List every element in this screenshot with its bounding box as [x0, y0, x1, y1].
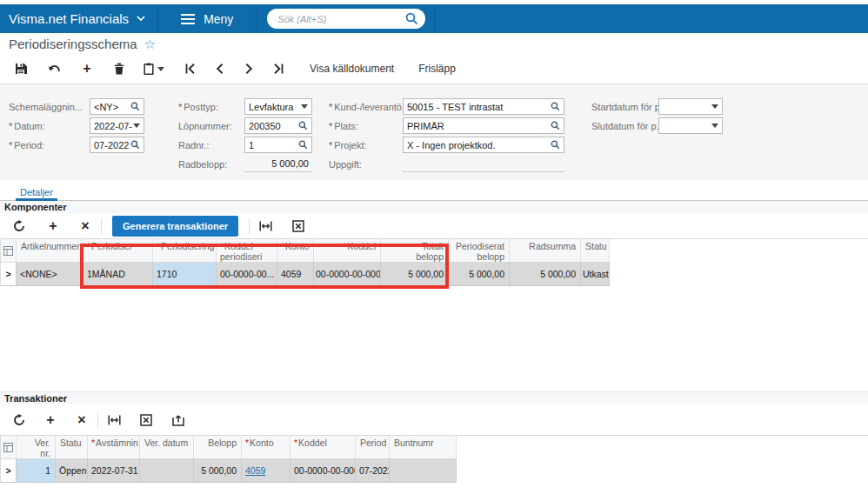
cell-ver-datum[interactable] — [140, 459, 194, 482]
cell-buntnummer[interactable] — [390, 459, 457, 482]
search-box[interactable] — [267, 9, 425, 29]
add-row-button[interactable]: + — [44, 217, 62, 235]
x-icon: × — [77, 413, 85, 427]
column-header-avstamning[interactable]: *Avstämnin — [88, 436, 140, 458]
datum-field[interactable]: 2022-07-18 — [90, 117, 144, 134]
import-button[interactable] — [170, 411, 187, 429]
column-header-koddel[interactable]: *Koddel — [290, 436, 356, 458]
column-header-buntnummer[interactable]: Buntnumr — [390, 436, 457, 458]
column-header-totalt-belopp[interactable]: Totaltbelopp — [381, 239, 449, 262]
cell-koddel[interactable]: 00-0000-00-000 — [314, 263, 381, 285]
cell-periodiser[interactable]: 1MÅNAD — [83, 263, 153, 285]
next-record-button[interactable] — [240, 60, 257, 77]
search-icon[interactable] — [405, 12, 418, 25]
posttyp-field[interactable]: Levfaktura — [244, 98, 312, 115]
column-header-ver-nr[interactable]: Ver.nr. — [17, 436, 56, 458]
column-header-periodisering[interactable]: *Periodisering — [153, 239, 217, 262]
plats-field[interactable]: PRIMÄR — [403, 117, 564, 134]
generera-transaktioner-button[interactable]: Generera transaktioner — [112, 216, 238, 237]
visa-kalldokument-button[interactable]: Visa källdokument — [310, 63, 394, 75]
delete-row-button[interactable]: × — [77, 217, 94, 235]
column-header-koddel[interactable]: *Koddel — [314, 239, 381, 262]
frislapp-button[interactable]: Frisläpp — [418, 63, 456, 75]
cell-status[interactable]: Öppen — [56, 459, 88, 482]
favorite-star-icon[interactable]: ☆ — [144, 37, 156, 50]
first-record-button[interactable] — [181, 60, 198, 77]
previous-record-button[interactable] — [210, 60, 228, 77]
cell-artikelnummer[interactable]: <NONE> — [17, 263, 83, 285]
lopnummer-field[interactable]: 200350 — [244, 117, 312, 134]
export-excel-button[interactable] — [137, 411, 155, 429]
cell-belopp[interactable]: 5 000,00 — [194, 459, 242, 482]
period-field[interactable]: 07-2022 — [90, 137, 144, 153]
cell-radsumma[interactable]: 5 000,00 — [510, 263, 581, 285]
search-input[interactable] — [277, 14, 405, 24]
column-header-periodiserat-belopp[interactable]: Periodiseratbelopp — [449, 239, 510, 262]
cell-konto[interactable]: 4059 — [277, 263, 314, 285]
uppgift-value[interactable] — [403, 156, 564, 172]
lookup-icon[interactable] — [298, 140, 308, 150]
tab-detaljer[interactable]: Detaljer — [16, 187, 57, 201]
refresh-button[interactable] — [10, 411, 28, 429]
column-header-konto[interactable]: *Konto — [277, 239, 314, 262]
column-header-konto[interactable]: *Konto — [242, 436, 290, 458]
add-button[interactable]: + — [78, 60, 96, 77]
cell-status[interactable]: Utkast — [581, 263, 610, 285]
slutdatum-field[interactable] — [658, 117, 723, 134]
lookup-icon[interactable] — [551, 140, 560, 150]
top-navigation-bar: Visma.net Financials Meny — [0, 4, 868, 33]
copy-paste-button[interactable] — [141, 60, 167, 77]
kund-field[interactable]: 50015 - TEST intrastat — [403, 98, 564, 115]
dropdown-icon[interactable] — [301, 104, 308, 109]
projekt-field[interactable]: X - Ingen projektkod. — [403, 137, 564, 153]
lookup-icon[interactable] — [130, 102, 140, 111]
lookup-icon[interactable] — [298, 121, 308, 130]
cell-period[interactable]: 07-2022 — [356, 459, 390, 482]
column-header-radsumma[interactable]: Radsumma — [510, 239, 581, 262]
export-excel-button[interactable] — [290, 217, 307, 235]
lookup-icon[interactable] — [130, 140, 140, 150]
table-row[interactable]: > <NONE> 1MÅNAD 1710 00-0000-00... 4059 … — [1, 263, 610, 286]
konto-link[interactable]: 4059 — [245, 465, 265, 476]
lookup-icon[interactable] — [551, 121, 560, 130]
column-header-belopp[interactable]: Belopp — [194, 436, 242, 458]
cell-ver-nr-selected[interactable]: 1 — [17, 459, 56, 482]
dropdown-icon[interactable] — [711, 104, 718, 109]
fit-width-button[interactable] — [105, 411, 123, 429]
column-header-koddel-periodiseri[interactable]: *Koddelperiodiseri — [217, 239, 277, 262]
lookup-icon[interactable] — [551, 102, 560, 111]
toolbar-divider — [249, 218, 250, 234]
cell-periodiserat-belopp[interactable]: 5 000,00 — [449, 263, 510, 285]
cell-avstamning[interactable]: 2022-07-31 — [88, 459, 140, 482]
cell-koddel-periodiseri[interactable]: 00-0000-00... — [217, 263, 277, 285]
startdatum-field[interactable] — [658, 98, 723, 115]
refresh-button[interactable] — [10, 217, 28, 235]
schemalaggning-field[interactable]: <NY> — [90, 98, 144, 115]
save-button[interactable] — [12, 60, 30, 77]
delete-button[interactable] — [110, 60, 128, 77]
radnr-field[interactable]: 1 — [244, 137, 312, 153]
brand-menu[interactable]: Visma.net Financials — [0, 4, 157, 33]
table-row[interactable]: > 1 Öppen 2022-07-31 5 000,00 4059 00-00… — [1, 459, 457, 483]
grid-settings-icon[interactable] — [1, 239, 17, 262]
delete-row-button[interactable]: × — [73, 411, 90, 429]
dropdown-icon[interactable] — [133, 124, 140, 128]
grid-settings-icon[interactable] — [1, 436, 17, 458]
column-header-ver-datum[interactable]: Ver. datum — [140, 436, 194, 458]
cell-periodisering-selected[interactable]: 1710 — [153, 263, 217, 285]
column-header-period[interactable]: Period — [356, 436, 390, 458]
cell-konto-link[interactable]: 4059 — [242, 459, 290, 482]
cell-totalt-belopp[interactable]: 5 000,00 — [381, 263, 449, 285]
column-header-artikelnummer[interactable]: Artikelnummer — [17, 239, 83, 262]
add-row-button[interactable]: + — [42, 411, 59, 429]
undo-button[interactable] — [46, 60, 63, 77]
column-header-status[interactable]: Statu — [56, 436, 88, 458]
cell-koddel[interactable]: 00-0000-00-000 — [290, 459, 356, 482]
menu-button[interactable]: Meny — [158, 4, 256, 33]
dropdown-icon[interactable] — [711, 124, 718, 128]
fit-width-button[interactable] — [257, 217, 274, 235]
plus-icon: + — [46, 413, 54, 427]
last-record-button[interactable] — [270, 60, 287, 77]
column-header-periodiser[interactable]: *Periodiser — [83, 239, 153, 262]
column-header-status[interactable]: Statu — [581, 239, 610, 262]
